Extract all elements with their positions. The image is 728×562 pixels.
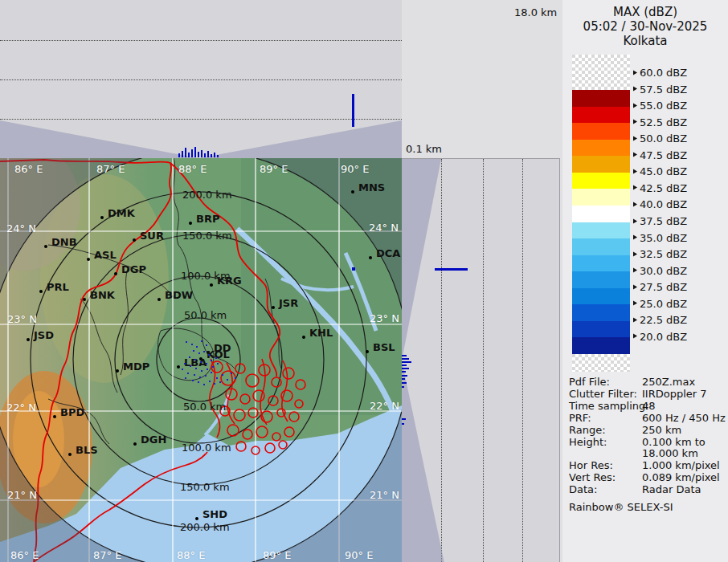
city-label-DNB: DNB (51, 237, 77, 247)
legend-tick: 37.5 dBZ (633, 216, 687, 226)
height-gridline (0, 119, 402, 120)
height-gridline (441, 159, 442, 562)
metadata-row: Pdf File:250Z.max (569, 377, 726, 389)
tick-arrow-icon (633, 202, 637, 206)
clutter-tick (214, 153, 215, 157)
legend-panel: MAX (dBZ) 05:02 / 30-Nov-2025 Kolkata 60… (562, 0, 728, 562)
city-label-PRL: PRL (47, 282, 69, 292)
range-ring-label: 200.0 km (180, 522, 230, 532)
metadata-row: Range:250 km (569, 425, 726, 437)
metadata-label (569, 448, 642, 460)
product-metadata: Pdf File:250Z.maxClutter Filter:IIRDoppl… (569, 377, 726, 513)
clutter-speck (205, 375, 207, 377)
legend-tick-label: 30.0 dBZ (640, 265, 687, 275)
clutter-speck (198, 352, 200, 354)
clutter-tick (182, 151, 183, 157)
legend-tick: 35.0 dBZ (633, 232, 687, 242)
echo-top-profile (352, 94, 354, 127)
color-band-15 (572, 321, 630, 338)
legend-tick-label: 25.0 dBZ (640, 298, 687, 308)
clutter-speck (201, 340, 202, 342)
longitude-label: 86° E (14, 164, 43, 174)
city-marker-DNB (44, 245, 47, 248)
legend-tick: 42.5 dBZ (633, 182, 687, 193)
legend-tick-label: 50.0 dBZ (640, 133, 687, 144)
tick-arrow-icon (633, 87, 637, 92)
legend-tick-label: 20.0 dBZ (640, 331, 687, 341)
clutter-speck (199, 377, 201, 378)
legend-tick: 52.5 dBZ (633, 116, 687, 127)
city-label-DGP: DGP (121, 264, 146, 275)
clutter-speck (206, 363, 207, 364)
legend-tick-label: 45.0 dBZ (640, 166, 687, 177)
brand-footer: Rainbow® SELEX-SI (569, 501, 726, 513)
city-label-BLS: BLS (76, 445, 98, 455)
legend-tick-label: 60.0 dBZ (640, 67, 687, 78)
clutter-speck (216, 377, 218, 379)
legend-tick-label: 47.5 dBZ (640, 149, 687, 160)
height-axis-max-label: 18.0 km (514, 6, 557, 18)
clutter-speck (212, 366, 214, 368)
metadata-value: Radar Data (642, 484, 701, 496)
tick-arrow-icon (633, 284, 637, 289)
color-band-13 (572, 288, 630, 305)
clutter-speck (185, 377, 186, 379)
clutter-speck (203, 351, 205, 352)
color-band-16 (572, 337, 630, 354)
clutter-speck (191, 344, 193, 345)
legend-tick: 30.0 dBZ (633, 265, 687, 275)
clutter-tick (207, 151, 209, 157)
city-label-SHD: SHD (202, 509, 227, 519)
clutter-tick (217, 155, 219, 157)
metadata-label: PRF: (569, 413, 642, 425)
city-label-MNS: MNS (358, 182, 385, 193)
scan-timestamp: 05:02 / 30-Nov-2025 (562, 19, 728, 34)
range-ring-label: 100.0 km (181, 271, 231, 281)
range-ring-label: 100.0 km (182, 442, 231, 453)
tick-arrow-icon (633, 268, 637, 273)
color-band-6 (572, 173, 630, 189)
clutter-speck (194, 374, 195, 376)
legend-tick-label: 55.0 dBZ (640, 100, 687, 111)
city-marker-BRP (189, 222, 192, 225)
clutter-speck (222, 374, 223, 376)
latitude-label: 22° N (6, 402, 36, 413)
clutter-speck (195, 368, 197, 369)
clutter-tick (211, 154, 212, 157)
tick-arrow-icon (633, 218, 637, 223)
clutter-speck (196, 346, 198, 348)
color-band-0 (572, 55, 630, 90)
color-scale (572, 55, 630, 372)
longitude-label: 87° E (93, 550, 121, 560)
tick-arrow-icon (633, 103, 637, 108)
legend-tick-label: 22.5 dBZ (640, 315, 687, 325)
legend-tick: 57.5 dBZ (633, 83, 687, 94)
city-marker-JSD (27, 338, 30, 341)
clutter-speck (231, 373, 232, 374)
product-title: MAX (dBZ) (562, 5, 728, 19)
city-label-KOL: KOL (207, 349, 230, 360)
metadata-row: Hor Res:1.000 km/pixel (569, 460, 726, 472)
legend-tick: 32.5 dBZ (633, 249, 687, 259)
tick-arrow-icon (633, 185, 637, 190)
metadata-value: IIRDoppler 7 (642, 389, 707, 401)
longitude-label: 88° E (177, 550, 205, 560)
city-label-KHL: KHL (309, 328, 333, 338)
city-label-BRP: BRP (196, 214, 219, 224)
legend-tick-label: 32.5 dBZ (640, 249, 687, 259)
color-band-9 (572, 222, 630, 239)
legend-tick: 25.0 dBZ (633, 298, 687, 308)
city-label-ASL: ASL (94, 250, 117, 260)
longitude-label: 87° E (96, 164, 125, 174)
clutter-tick (402, 355, 407, 356)
color-band-10 (572, 238, 630, 255)
city-marker-LBA (177, 365, 180, 369)
clutter-speck (211, 360, 212, 361)
clutter-speck (189, 356, 190, 358)
clutter-tick (402, 378, 405, 380)
legend-tick: 45.0 dBZ (633, 166, 687, 177)
legend-tick-label: 52.5 dBZ (640, 116, 687, 127)
city-marker-DMK (100, 216, 104, 219)
metadata-value: 18.000 km (642, 448, 698, 460)
echo-right-profile (435, 268, 468, 271)
